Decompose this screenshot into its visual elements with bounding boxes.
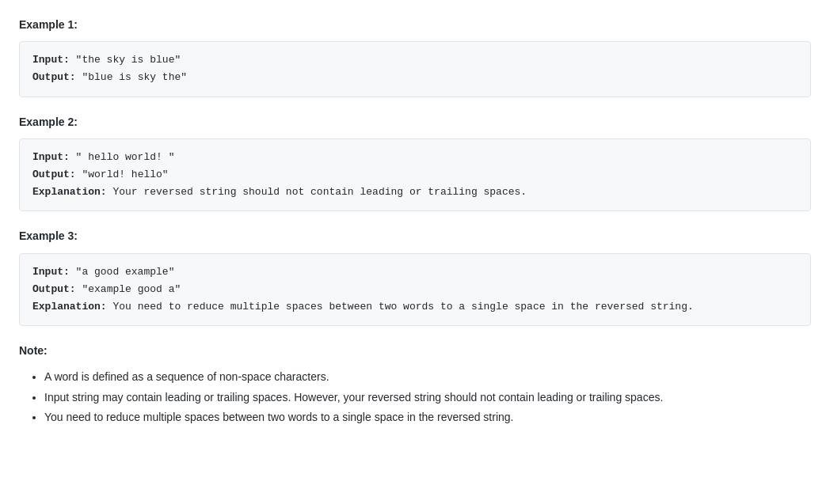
output-label-3: Output: [32,283,82,295]
examples-container: Example 1:Input: "the sky is blue"Output… [19,16,811,326]
input-value-2: " hello world! " [76,151,175,163]
example-output-line-1: Output: "blue is sky the" [32,69,798,86]
example-title-3: Example 3: [19,227,811,244]
example-block-3: Input: "a good example"Output: "example … [19,253,811,326]
output-value-1: "blue is sky the" [82,71,187,83]
output-label-2: Output: [32,169,82,180]
note-item-3: You need to reduce multiple spaces betwe… [44,407,811,427]
note-title: Note: [19,342,811,359]
output-label-1: Output: [32,71,82,83]
example-output-line-2: Output: "world! hello" [32,166,798,184]
note-item-2: Input string may contain leading or trai… [44,388,811,407]
explanation-value-2: Your reversed string should not contain … [112,186,527,198]
input-label-2: Input: [32,151,76,163]
example-output-line-3: Output: "example good a" [32,281,798,298]
explanation-value-3: You need to reduce multiple spaces betwe… [112,301,693,313]
example-title-1: Example 1: [19,16,811,33]
output-value-2: "world! hello" [82,169,168,180]
note-item-1: A word is defined as a sequence of non-s… [44,367,811,387]
input-value-3: "a good example" [76,266,175,278]
input-value-1: "the sky is blue" [76,54,181,66]
input-label-3: Input: [32,266,76,278]
note-list: A word is defined as a sequence of non-s… [19,367,811,427]
output-value-3: "example good a" [82,283,181,295]
example-input-line-2: Input: " hello world! " [32,149,798,166]
input-label-1: Input: [32,54,76,66]
note-section: Note: A word is defined as a sequence of… [19,342,811,427]
example-input-line-1: Input: "the sky is blue" [32,51,798,69]
example-block-2: Input: " hello world! "Output: "world! h… [19,138,811,211]
example-input-line-3: Input: "a good example" [32,263,798,281]
example-title-2: Example 2: [19,113,811,131]
explanation-label-3: Explanation: [32,301,112,313]
explanation-label-2: Explanation: [32,186,112,198]
example-block-1: Input: "the sky is blue"Output: "blue is… [19,41,811,97]
example-explanation-line-3: Explanation: You need to reduce multiple… [32,298,798,316]
example-explanation-line-2: Explanation: Your reversed string should… [32,184,798,201]
